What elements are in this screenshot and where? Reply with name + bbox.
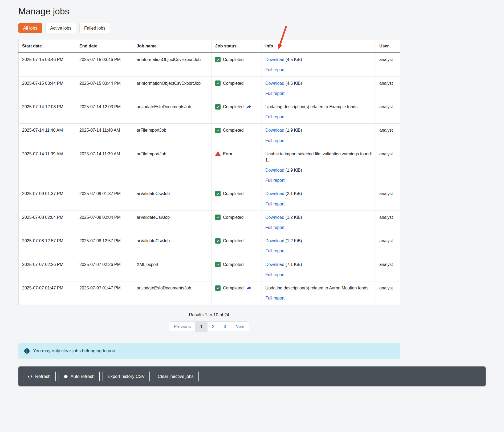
- download-link[interactable]: Download: [265, 239, 284, 243]
- status-label: Completed: [223, 214, 243, 220]
- auto-refresh-button[interactable]: Auto refresh: [59, 371, 100, 382]
- full-report-link[interactable]: Full report: [265, 225, 284, 230]
- full-report-line: Full report: [265, 272, 372, 278]
- clear-inactive-jobs-button[interactable]: Clear inactive jobs: [153, 371, 199, 382]
- refresh-button[interactable]: Refresh: [23, 371, 56, 382]
- info-cell: Download (2.1 KiB)Full report: [262, 187, 376, 211]
- status-label: Completed: [223, 127, 243, 133]
- share-arrow-icon: [246, 104, 251, 110]
- page-link-next[interactable]: Next: [231, 322, 249, 332]
- start-date-cell: 2025-07-15 03:44 PM: [19, 76, 76, 100]
- info-cell: Unable to import selected file: validati…: [262, 147, 376, 187]
- full-report-link[interactable]: Full report: [265, 249, 284, 253]
- user-cell: analyst: [376, 187, 400, 211]
- full-report-link[interactable]: Full report: [265, 91, 284, 96]
- info-cell: Download (4.5 KiB)Full report: [262, 53, 376, 76]
- info-alert: You may only clear jobs belonging to you…: [18, 343, 400, 359]
- full-report-line: Full report: [265, 224, 372, 231]
- job-info-message: Updating description(s) related to Examp…: [265, 104, 372, 110]
- download-line: Download (1.9 KiB): [265, 167, 372, 173]
- check-square-icon: [215, 80, 221, 86]
- start-date-cell: 2025-07-07 01:47 PM: [19, 281, 76, 305]
- info-circle-icon: [24, 348, 30, 354]
- job-status-cell: Completed: [212, 281, 262, 305]
- start-date-cell: 2025-07-14 11:39 AM: [19, 147, 76, 187]
- check-square-icon: [215, 104, 221, 110]
- export-history-csv-button[interactable]: Export history CSV: [103, 371, 150, 382]
- download-link[interactable]: Download: [265, 128, 284, 132]
- job-status-cell: Error: [212, 147, 262, 187]
- status-label: Error: [223, 151, 233, 157]
- info-cell: Updating description(s) related to Examp…: [262, 100, 376, 123]
- full-report-link[interactable]: Full report: [265, 272, 284, 277]
- download-line: Download (4.5 KiB): [265, 80, 372, 86]
- start-date-cell: 2025-07-14 12:03 PM: [19, 100, 76, 123]
- check-square-icon: [215, 128, 221, 133]
- clear-inactive-jobs-button-label: Clear inactive jobs: [158, 374, 194, 379]
- end-date-cell: 2025-07-15 03:46 PM: [76, 53, 133, 76]
- info-cell: Download (1.9 KiB)Full report: [262, 124, 376, 147]
- user-cell: analyst: [376, 147, 400, 187]
- user-cell: analyst: [376, 76, 400, 100]
- download-link[interactable]: Download: [265, 262, 284, 267]
- full-report-link[interactable]: Full report: [265, 138, 284, 143]
- manage-jobs-page: Manage jobs All jobsActive jobsFailed jo…: [0, 0, 504, 386]
- start-date-cell: 2025-07-14 11:40 AM: [19, 124, 76, 147]
- refresh-button-label: Refresh: [35, 374, 51, 379]
- download-link[interactable]: Download: [265, 191, 284, 196]
- filter-active-jobs[interactable]: Active jobs: [45, 23, 76, 33]
- col-header-start-date: Start date: [19, 39, 76, 53]
- full-report-line: Full report: [265, 201, 372, 207]
- download-link[interactable]: Download: [265, 215, 284, 220]
- job-status-cell: Completed: [212, 187, 262, 211]
- job-name-cell: arUpdateEsIoDocumentsJob: [133, 100, 212, 123]
- job-filter-buttons: All jobsActive jobsFailed jobs: [18, 23, 486, 33]
- full-report-line: Full report: [265, 295, 372, 301]
- job-name-cell: arFileImportJob: [133, 147, 212, 187]
- download-line: Download (1.2 KiB): [265, 214, 372, 220]
- check-square-icon: [215, 215, 221, 220]
- download-link[interactable]: Download: [265, 168, 284, 172]
- end-date-cell: 2025-07-09 01:37 PM: [76, 187, 133, 211]
- download-link[interactable]: Download: [265, 57, 284, 62]
- info-cell: Download (4.5 KiB)Full report: [262, 76, 376, 100]
- info-cell: Download (1.2 KiB)Full report: [262, 234, 376, 258]
- page-link-3[interactable]: 3: [219, 322, 231, 332]
- table-row: 2025-07-15 03:46 PM2025-07-15 03:46 PMar…: [19, 53, 400, 76]
- filter-failed-jobs[interactable]: Failed jobs: [79, 23, 110, 33]
- job-status-cell: Completed: [212, 258, 262, 281]
- full-report-link[interactable]: Full report: [265, 296, 284, 300]
- end-date-cell: 2025-07-08 12:57 PM: [76, 234, 133, 258]
- table-row: 2025-07-08 12:57 PM2025-07-08 12:57 PMar…: [19, 234, 400, 258]
- jobs-table: Start dateEnd dateJob nameJob statusInfo…: [18, 39, 400, 305]
- full-report-link[interactable]: Full report: [265, 202, 284, 206]
- user-cell: analyst: [376, 258, 400, 281]
- filter-all-jobs[interactable]: All jobs: [18, 23, 42, 33]
- status-label: Completed: [223, 238, 243, 244]
- full-report-link[interactable]: Full report: [265, 115, 284, 119]
- status-label: Completed: [223, 104, 243, 110]
- page-link-1[interactable]: 1: [196, 322, 207, 332]
- job-name-cell: arInformationObjectCsvExportJob: [133, 53, 212, 76]
- check-square-icon: [215, 57, 221, 62]
- table-row: 2025-07-15 03:44 PM2025-07-15 03:44 PMar…: [19, 76, 400, 100]
- check-square-icon: [215, 285, 221, 291]
- page-link-2[interactable]: 2: [208, 322, 219, 332]
- exclamation-triangle-icon: [215, 151, 221, 156]
- start-date-cell: 2025-07-08 02:04 PM: [19, 211, 76, 234]
- full-report-link[interactable]: Full report: [265, 178, 284, 183]
- status-label: Completed: [223, 80, 243, 86]
- table-row: 2025-07-09 01:37 PM2025-07-09 01:37 PMar…: [19, 187, 400, 211]
- job-name-cell: arFileImportJob: [133, 124, 212, 147]
- job-status-cell: Completed: [212, 234, 262, 258]
- check-square-icon: [215, 262, 221, 267]
- download-link[interactable]: Download: [265, 81, 284, 86]
- full-report-link[interactable]: Full report: [265, 67, 284, 72]
- job-name-cell: arInformationObjectCsvExportJob: [133, 76, 212, 100]
- job-status-cell: Completed: [212, 100, 262, 123]
- download-line: Download (2.1 KiB): [265, 191, 372, 197]
- full-report-line: Full report: [265, 67, 372, 73]
- job-name-cell: XML export: [133, 258, 212, 281]
- table-row: 2025-07-08 02:04 PM2025-07-08 02:04 PMar…: [19, 211, 400, 234]
- download-line: Download (1.2 KiB): [265, 238, 372, 244]
